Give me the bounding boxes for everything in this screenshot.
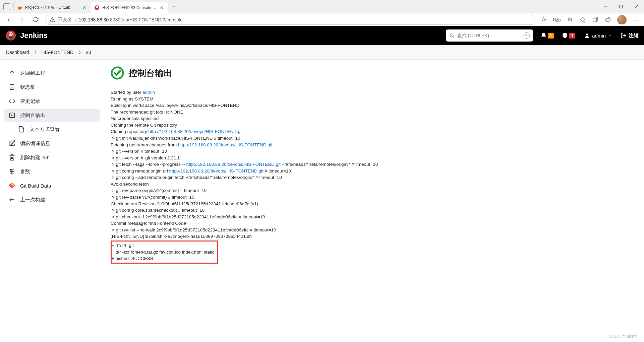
jenkins-brand[interactable]: Jenkins (20, 31, 48, 40)
svg-line-9 (571, 20, 572, 22)
forward-button[interactable] (16, 14, 28, 25)
zoom-icon[interactable] (564, 14, 576, 25)
console-user-link[interactable]: admin (142, 90, 155, 95)
user-icon (584, 32, 590, 39)
terminal-icon (9, 112, 15, 119)
edit-icon (9, 140, 15, 147)
trash-icon (9, 154, 15, 161)
user-menu[interactable]: admin (584, 32, 612, 39)
jenkins-logo-icon[interactable] (5, 30, 16, 41)
url-text: 192.168.88.30:8080/job/HIS-FONTEND/3/con… (79, 17, 183, 22)
window-controls (598, 0, 644, 13)
insecure-label: 不安全 (58, 17, 72, 23)
url-input[interactable]: 不安全 | 192.168.88.30:8080/job/HIS-FONTEND… (45, 15, 535, 25)
help-icon[interactable]: ? (523, 32, 530, 39)
reload-button[interactable] (30, 14, 42, 25)
logout-label: 注销 (629, 32, 639, 39)
label: 控制台输出 (20, 112, 45, 119)
notifications-button[interactable]: 1 (540, 32, 554, 39)
close-icon[interactable]: ✕ (160, 5, 165, 10)
logout-icon (621, 32, 627, 39)
sidebar-item-console[interactable]: 控制台输出 (4, 109, 100, 122)
svg-point-16 (9, 32, 13, 37)
sidebar: 返回到工程 状态集 变更记录 控制台输出 文本方式查看 编辑编译信息 删除构建 … (0, 60, 104, 342)
breadcrumb-build[interactable]: #3 (86, 50, 91, 55)
console-repo-link[interactable]: http://192.168.88.20/devops/HIS-FONTEND.… (186, 162, 280, 167)
bell-icon (540, 32, 547, 39)
read-aloud-icon[interactable]: A» (539, 14, 550, 25)
label: 返回到工程 (20, 70, 45, 76)
profile-avatar[interactable] (617, 15, 627, 24)
translate-icon[interactable]: aあ (551, 14, 563, 25)
notif-badge: 1 (548, 33, 554, 39)
close-button[interactable] (629, 0, 644, 13)
svg-rect-3 (620, 5, 623, 8)
success-icon (111, 66, 124, 80)
menu-button[interactable]: ⋯ (630, 14, 641, 25)
label: 删除构建 '#3' (20, 154, 49, 161)
breadcrumb-job[interactable]: HIS-FONTEND (42, 50, 74, 55)
console-repo-link[interactable]: http://192.168.88.20/devops/HIS-FONTEND.… (149, 129, 243, 134)
highlighted-output: + rm -rf .git + tar -zcf fontend.tar.gz … (111, 241, 218, 264)
close-icon[interactable]: ✕ (83, 5, 87, 10)
maximize-button[interactable] (613, 0, 629, 13)
tab-title: Projects · 仪表板 · GitLab (25, 5, 80, 10)
svg-point-18 (9, 33, 10, 35)
main-panel: 控制台输出 Started by user admin Running as S… (104, 60, 644, 342)
new-tab-button[interactable]: + (169, 2, 179, 11)
collections-icon[interactable] (590, 14, 601, 25)
svg-point-35 (10, 169, 11, 170)
sidebar-item-changes[interactable]: 变更记录 (4, 94, 100, 108)
back-button[interactable] (3, 14, 15, 25)
page-title: 控制台输出 (129, 67, 172, 79)
breadcrumb: Dashboard ❯ HIS-FONTEND ❯ #3 (0, 45, 644, 60)
svg-point-36 (13, 171, 14, 172)
extensions-icon[interactable] (602, 14, 614, 25)
file-icon (18, 126, 25, 133)
chevron-right-icon: ❯ (78, 50, 81, 54)
browser-tab-jenkins[interactable]: HIS-FONTEND #3 Console [Jenki ✕ (91, 2, 168, 13)
svg-point-37 (11, 173, 12, 174)
sliders-icon (9, 168, 15, 175)
sidebar-item-params[interactable]: 参数 (4, 165, 100, 178)
label: 编辑编译信息 (20, 140, 50, 147)
arrow-left-icon (9, 196, 15, 203)
search-input[interactable] (457, 33, 520, 38)
sidebar-item-status[interactable]: 状态集 (4, 80, 100, 94)
security-button[interactable]: 1 (562, 32, 575, 39)
svg-point-1 (96, 6, 98, 8)
page-heading: 控制台输出 (111, 66, 631, 80)
console-repo-link[interactable]: http://192.168.88.20/devops/HIS-FONTEND.… (178, 142, 272, 147)
search-box[interactable]: ? (446, 29, 533, 42)
jenkins-header: Jenkins ? 1 1 admin 注销 (0, 26, 644, 45)
minimize-button[interactable] (598, 0, 613, 13)
gitlab-favicon (17, 5, 22, 10)
sidebar-item-edit-build[interactable]: 编辑编译信息 (4, 137, 100, 150)
svg-point-20 (450, 34, 453, 37)
breadcrumb-dashboard[interactable]: Dashboard (6, 50, 29, 55)
sidebar-item-git-data[interactable]: Git Build Data (4, 179, 100, 192)
logout-button[interactable]: 注销 (621, 32, 639, 39)
label: 状态集 (20, 84, 35, 90)
document-icon (9, 84, 15, 90)
sidebar-item-delete-build[interactable]: 删除构建 '#3' (4, 151, 100, 164)
tab-overview-icon[interactable] (3, 3, 10, 10)
sidebar-item-text-view[interactable]: 文本方式查看 (4, 123, 100, 136)
sidebar-item-back[interactable]: 返回到工程 (4, 66, 100, 80)
sidebar-item-prev-build[interactable]: 上一次构建 (4, 193, 100, 206)
label: 文本方式查看 (30, 126, 60, 133)
chevron-right-icon: ❯ (34, 50, 37, 54)
git-icon (9, 182, 15, 189)
tab-title: HIS-FONTEND #3 Console [Jenki (102, 5, 157, 10)
watermark: CSDN @Mick方 (609, 334, 638, 339)
label: Git Build Data (20, 183, 51, 189)
browser-tab-gitlab[interactable]: Projects · 仪表板 · GitLab ✕ (14, 2, 91, 13)
label: 变更记录 (20, 98, 40, 105)
favorite-icon[interactable] (577, 14, 588, 25)
content-area: 返回到工程 状态集 变更记录 控制台输出 文本方式查看 编辑编译信息 删除构建 … (0, 60, 644, 342)
svg-point-22 (586, 33, 588, 36)
svg-marker-11 (580, 17, 585, 22)
svg-point-19 (11, 33, 12, 35)
security-badge: 1 (569, 33, 575, 39)
console-repo-link[interactable]: http://192.168.88.20/devops/HIS-FONTEND.… (169, 168, 263, 174)
